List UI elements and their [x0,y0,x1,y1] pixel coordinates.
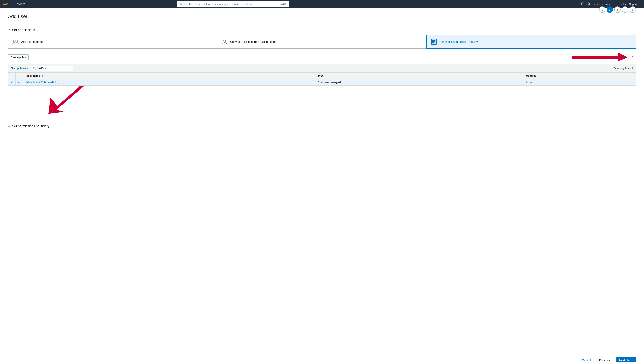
step-3[interactable]: 3 [614,6,621,13]
support-label: Support [629,2,638,6]
checkbox-checked-icon: ✓ [11,81,13,84]
nav-right: Brad Touesnard ▼ Global ▼ Support ▼ [581,2,641,6]
aws-logo[interactable]: aws [3,2,10,6]
filter-label: Filter policies [11,67,26,70]
step-1[interactable]: 1 [599,6,605,13]
section-header: ▼ Set permissions [8,28,636,32]
svg-point-3 [16,40,18,42]
sort-icon[interactable]: ▼ [42,75,44,77]
arrow-right-annotation [572,52,628,62]
card-copy-label: Copy permissions from existing user [230,40,276,43]
filter-search-icon: 🔍 [33,67,36,70]
row-expand-cell[interactable]: ▶ [16,79,22,86]
services-label: Services [14,2,25,6]
region-chevron-icon: ▼ [625,3,627,5]
group-icon [12,39,19,45]
next-button[interactable]: Next: Tags [616,357,636,362]
create-policy-button[interactable]: Create policy [8,54,28,60]
refresh-icon: ↻ [632,55,634,59]
svg-text:aws: aws [3,2,9,6]
search-shortcut: [Alt+S] [280,3,287,5]
th-policy-name: Policy name ▼ [22,73,315,79]
used-as-value: None [526,81,532,84]
policy-table: Policy name ▼ Type Used as ✓ ▶ [8,72,636,86]
copy-icon [222,39,228,45]
arrow-down-left-annotation [20,86,100,114]
svg-marker-10 [572,53,628,61]
search-icon: 🔍 [179,2,182,6]
table-header-row: Policy name ▼ Type Used as [8,73,636,79]
user-name: Brad Touesnard [593,2,612,6]
row-type: Customer managed [315,79,524,86]
permission-card-copy[interactable]: Copy permissions from existing user [217,35,426,48]
support-chevron-icon: ▼ [639,3,641,5]
th-used-as: Used as [524,73,636,79]
filter-chevron-icon: ▼ [27,67,29,69]
cancel-button[interactable]: Cancel [580,357,593,362]
policy-filter-section: Filter policies ▼ 🔍 Showing 1 result Pol… [8,64,636,86]
step-4[interactable]: 4 [622,6,628,13]
boundary-title: Set permissions boundary [12,124,49,128]
policy-name-link[interactable]: HellfishMediaS3AccessPolicy [25,81,59,84]
permission-card-group[interactable]: Add user to group [8,35,217,48]
policy-icon [431,39,437,45]
svg-point-4 [224,40,226,42]
search-input[interactable] [182,2,280,6]
support-menu[interactable]: Support ▼ [629,2,641,6]
user-menu[interactable]: Brad Touesnard ▼ [593,2,614,6]
boundary-section-header: ► Set permissions boundary [8,124,636,128]
step-indicator: 1 2 3 4 5 [599,6,636,13]
row-used-as: None [524,79,636,86]
permission-card-attach[interactable]: Attach existing policies directly [426,35,636,49]
card-group-label: Add user to group [21,40,44,43]
nav-services[interactable]: Services ▼ [13,2,30,6]
cloud-icon[interactable] [581,2,585,6]
expand-row-icon: ▶ [18,81,20,84]
svg-point-2 [13,40,15,42]
permissions-boundary-section: ► Set permissions boundary [8,120,636,128]
th-expand [16,73,22,79]
filter-policies-button[interactable]: Filter policies ▼ [11,67,29,70]
top-nav: aws Services ▼ 🔍 [Alt+S] Brad Touesnard … [0,0,644,8]
filter-search-bar: 🔍 [31,66,73,71]
permission-cards: Add user to group Copy permissions from … [8,35,636,49]
step-2[interactable]: 2 [606,6,613,13]
user-chevron-icon: ▼ [612,3,614,5]
section-collapse-icon[interactable]: ▼ [8,28,10,31]
page-title: Add user [8,14,27,19]
svg-rect-1 [582,3,584,5]
region-menu[interactable]: Global ▼ [616,2,626,6]
main-content: Add user 1 2 3 4 5 ▼ Set permissions [0,8,644,356]
set-permissions-title: Set permissions [12,28,35,32]
th-type: Type [315,73,524,79]
th-checkbox [8,73,16,79]
row-checkbox-cell[interactable]: ✓ [8,79,16,86]
refresh-button[interactable]: ↻ [630,54,636,60]
boundary-divider: ► Set permissions boundary [8,120,636,128]
region-label: Global [616,2,624,6]
nav-search-bar: 🔍 [Alt+S] [177,1,290,7]
step-5[interactable]: 5 [630,6,636,13]
aws-logo-icon: aws [3,2,10,6]
boundary-expand-icon[interactable]: ► [8,125,10,128]
svg-marker-11 [48,86,84,114]
bottom-nav: Cancel Previous Next: Tags [0,356,644,362]
set-permissions-section: ▼ Set permissions Add user to group [8,28,636,114]
showing-result: Showing 1 result [614,67,633,70]
table-row: ✓ ▶ HellfishMediaS3AccessPolicy Customer… [8,79,636,86]
arrow-annotation-container [8,86,636,114]
previous-button[interactable]: Previous [596,357,614,362]
row-policy-name: HellfishMediaS3AccessPolicy [22,79,315,86]
filter-row: Filter policies ▼ 🔍 Showing 1 result [8,64,636,72]
card-attach-label: Attach existing policies directly [440,40,478,43]
bell-icon[interactable] [587,2,591,6]
services-chevron-icon: ▼ [26,3,28,5]
filter-search-input[interactable] [38,67,71,70]
toolbar-row: Create policy ↻ [8,52,636,62]
